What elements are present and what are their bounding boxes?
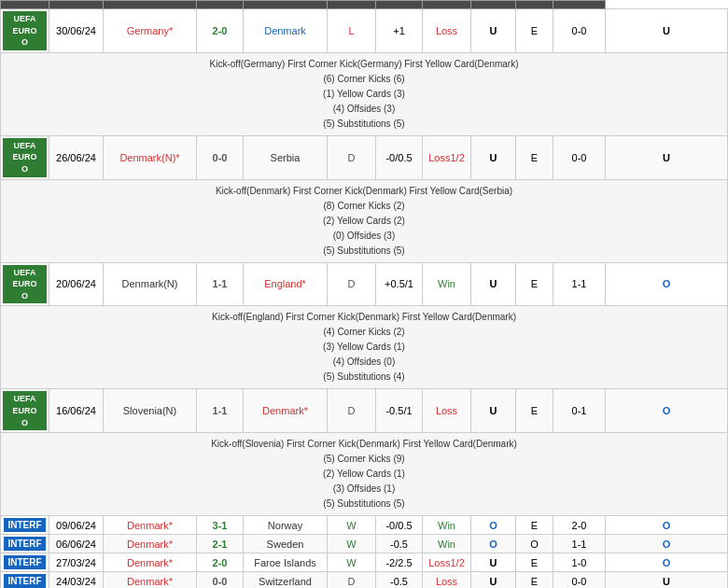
handicap-cell: +0.5/1 (376, 262, 423, 306)
team2-cell: England* (244, 262, 328, 306)
ou075-cell: O (606, 553, 728, 572)
result-cell: 2-0 (197, 9, 244, 53)
result-cell: 2-1 (197, 535, 244, 553)
match-badge: INTERF (4, 518, 45, 532)
handicap-cell: -0/0.5 (376, 135, 423, 179)
ht-cell: 1-0 (553, 553, 606, 572)
col-handicap (328, 1, 376, 9)
detail-row: Kick-off(Slovenia) First Corner Kick(Den… (1, 433, 728, 516)
match-badge: INTERF (4, 537, 45, 551)
result-cell: 1-1 (197, 262, 244, 306)
ou075-cell: O (606, 516, 728, 535)
oddeven-cell: E (516, 553, 553, 572)
ou25-cell: U (471, 262, 516, 306)
outcome-cell: W (328, 535, 376, 553)
ht-cell: 0-0 (553, 9, 606, 53)
date-cell: 27/03/24 (49, 553, 104, 572)
odds-cell: Win (423, 516, 471, 535)
match-badge: UEFA EUROO (3, 138, 47, 177)
ou075-cell: O (606, 389, 728, 433)
result-cell: 0-0 (197, 135, 244, 179)
date-cell: 06/06/24 (49, 535, 104, 553)
table-row: INTERF 27/03/24 Denmark* 2-0 Faroe Islan… (1, 553, 728, 572)
odds-cell: Loss1/2 (423, 135, 471, 179)
match-badge: INTERF (4, 574, 45, 588)
outcome-cell: D (328, 572, 376, 588)
team1-cell: Denmark* (104, 553, 197, 572)
match-cell: INTERF (1, 535, 49, 553)
col-ou075 (553, 1, 606, 9)
outcome-cell: D (328, 262, 376, 306)
detail-cell: Kick-off(Slovenia) First Corner Kick(Den… (1, 433, 728, 516)
ou25-cell: O (471, 516, 516, 535)
team1-cell: Denmark* (104, 572, 197, 588)
odds-cell: Loss (423, 572, 471, 588)
team2-cell: Faroe Islands (244, 553, 328, 572)
result-cell: 3-1 (197, 516, 244, 535)
outcome-cell: W (328, 553, 376, 572)
ou075-cell: U (606, 9, 728, 53)
oddeven-cell: O (516, 535, 553, 553)
match-cell: INTERF (1, 553, 49, 572)
result-cell: 1-1 (197, 389, 244, 433)
date-cell: 30/06/24 (49, 9, 104, 53)
table-row: INTERF 09/06/24 Denmark* 3-1 Norway W -0… (1, 516, 728, 535)
ht-cell: 1-1 (553, 262, 606, 306)
date-cell: 24/03/24 (49, 572, 104, 588)
handicap-cell: -0.5/1 (376, 389, 423, 433)
ht-cell: 1-1 (553, 535, 606, 553)
col-odds (376, 1, 423, 9)
oddeven-cell: E (516, 9, 553, 53)
outcome-cell: W (328, 516, 376, 535)
oddeven-cell: E (516, 572, 553, 588)
odds-cell: Loss (423, 389, 471, 433)
team1-cell: Germany* (104, 9, 197, 53)
ou25-cell: U (471, 553, 516, 572)
outcome-cell: D (328, 135, 376, 179)
date-cell: 26/06/24 (49, 135, 104, 179)
team1-cell: Denmark(N)* (104, 135, 197, 179)
ou25-cell: U (471, 389, 516, 433)
team2-cell: Serbia (244, 135, 328, 179)
date-cell: 16/06/24 (49, 389, 104, 433)
table-row: INTERF 24/03/24 Denmark* 0-0 Switzerland… (1, 572, 728, 588)
col-date (49, 1, 104, 9)
team2-cell: Denmark* (244, 389, 328, 433)
detail-cell: Kick-off(Denmark) First Corner Kick(Denm… (1, 179, 728, 262)
ou25-cell: U (471, 135, 516, 179)
team1-cell: Denmark(N) (104, 262, 197, 306)
table-row: UEFA EUROO 26/06/24 Denmark(N)* 0-0 Serb… (1, 135, 728, 179)
odds-cell: Win (423, 535, 471, 553)
ou25-cell: U (471, 9, 516, 53)
match-badge: UEFA EUROO (3, 11, 47, 50)
col-result (197, 1, 244, 9)
ht-cell: 0-0 (553, 135, 606, 179)
match-badge: UEFA EUROO (3, 391, 47, 430)
match-cell: INTERF (1, 516, 49, 535)
handicap-cell: -0.5 (376, 535, 423, 553)
table-row: INTERF 06/06/24 Denmark* 2-1 Sweden W -0… (1, 535, 728, 553)
table-row: UEFA EUROO 20/06/24 Denmark(N) 1-1 Engla… (1, 262, 728, 306)
match-cell: UEFA EUROO (1, 389, 49, 433)
detail-cell: Kick-off(England) First Corner Kick(Denm… (1, 306, 728, 389)
handicap-cell: +1 (376, 9, 423, 53)
team1-cell: Denmark* (104, 535, 197, 553)
match-cell: UEFA EUROO (1, 262, 49, 306)
match-cell: UEFA EUROO (1, 135, 49, 179)
detail-row: Kick-off(England) First Corner Kick(Denm… (1, 306, 728, 389)
match-badge: UEFA EUROO (3, 265, 47, 304)
ou075-cell: U (606, 135, 728, 179)
oddeven-cell: E (516, 516, 553, 535)
detail-row: Kick-off(Denmark) First Corner Kick(Denm… (1, 179, 728, 262)
col-team2 (244, 1, 328, 9)
odds-cell: Loss1/2 (423, 553, 471, 572)
ou075-cell: O (606, 535, 728, 553)
handicap-cell: -0.5 (376, 572, 423, 588)
ou075-cell: O (606, 262, 728, 306)
col-team1 (104, 1, 197, 9)
ht-cell: 0-0 (553, 572, 606, 588)
ou075-cell: U (606, 572, 728, 588)
handicap-cell: -0/0.5 (376, 516, 423, 535)
oddeven-cell: E (516, 389, 553, 433)
oddeven-cell: E (516, 135, 553, 179)
